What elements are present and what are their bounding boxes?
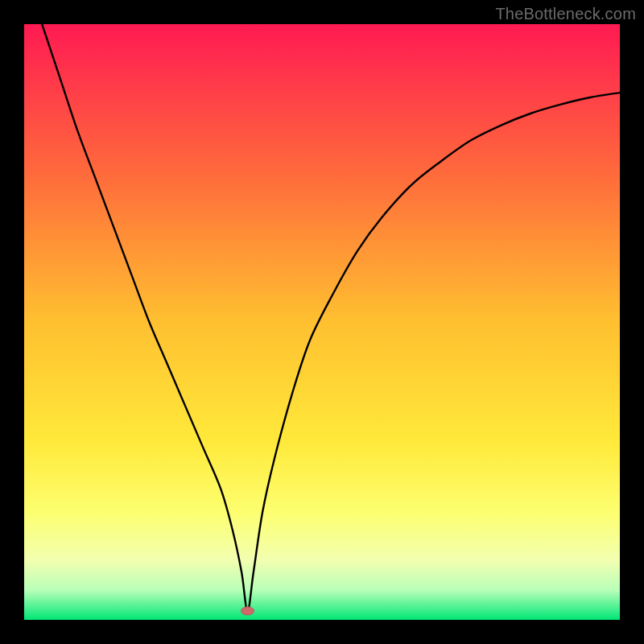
plot-area bbox=[24, 24, 620, 620]
chart-svg bbox=[24, 24, 620, 620]
optimum-marker bbox=[242, 607, 254, 615]
watermark-text: TheBottleneck.com bbox=[495, 5, 636, 23]
chart-frame: TheBottleneck.com bbox=[0, 0, 644, 644]
